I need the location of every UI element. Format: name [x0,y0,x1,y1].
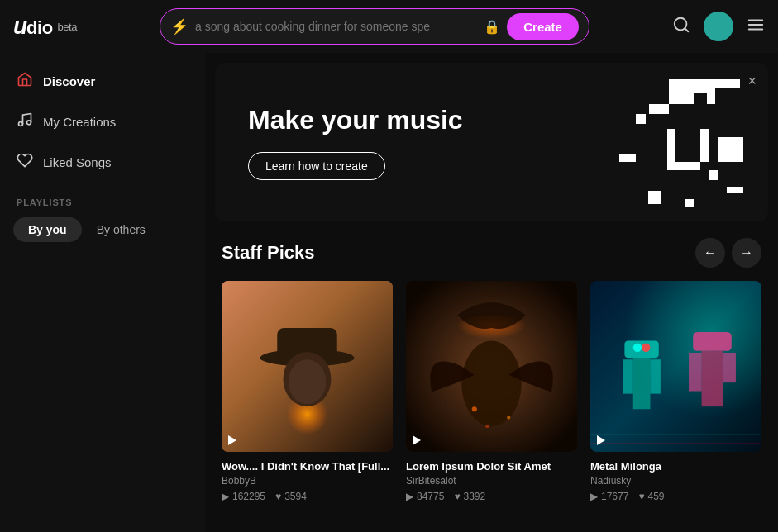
playlist-tab-by-you[interactable]: By you [13,217,82,242]
svg-line-1 [685,28,688,31]
svg-rect-45 [723,353,736,382]
logo[interactable]: udio beta [13,13,77,40]
card-stats-2: ▶ 84775 ♥ 3392 [406,491,577,502]
hero-title: Make your music [248,105,463,135]
svg-rect-20 [648,191,661,204]
svg-rect-39 [650,359,660,393]
plays-count-3: 17677 [601,491,628,502]
svg-rect-42 [693,332,732,351]
svg-rect-13 [667,129,675,162]
svg-point-33 [485,425,489,428]
logo-text: udio [13,13,53,40]
svg-point-31 [472,406,477,411]
svg-rect-7 [669,79,694,104]
svg-rect-12 [636,114,646,124]
card-artist-3: Nadiusky [590,475,761,487]
prev-arrow[interactable]: ← [695,238,725,268]
likes-stat-1: ♥ 3594 [275,491,307,502]
svg-rect-36 [624,340,658,358]
section-header: Staff Picks ← → [222,238,761,268]
svg-point-27 [289,359,327,404]
hero-decoration [504,63,752,221]
plays-stat-2: ▶ 84775 [406,491,444,502]
search-bar[interactable]: ⚡ 🔒 Create [160,8,589,45]
plays-count-2: 84775 [417,491,444,502]
likes-count-1: 3594 [284,491,307,502]
sidebar-item-my-creations[interactable]: My Creations [0,103,205,140]
svg-point-6 [27,121,31,125]
playlist-tab-by-others[interactable]: By others [82,217,160,242]
bolt-icon: ⚡ [170,17,189,36]
card-title-2: Lorem Ipsum Dolor Sit Amet [406,460,577,473]
svg-rect-21 [685,199,694,207]
svg-rect-18 [709,170,718,180]
likes-stat-2: ♥ 3392 [454,491,485,502]
hero-cta-button[interactable]: Learn how to create [248,152,385,180]
likes-count-2: 3392 [464,491,486,502]
likes-stat-3: ♥ 459 [638,491,664,502]
sidebar-item-liked-songs[interactable]: Liked Songs [0,144,205,181]
like-icon-2: ♥ [454,491,460,502]
logo-beta: beta [58,21,77,33]
sidebar-item-discover-label: Discover [43,74,95,88]
content-area: × Make your music Learn how to create [205,53,778,532]
svg-rect-19 [727,187,743,193]
header: udio beta ⚡ 🔒 Create [0,0,778,53]
avatar[interactable] [704,12,733,41]
hero-close-button[interactable]: × [747,73,757,90]
card-thumb-1 [222,281,393,452]
sidebar-item-my-creations-label: My Creations [43,115,116,129]
play-icon-2: ▶ [406,491,413,502]
card-thumb-2 [406,281,577,452]
svg-point-32 [507,416,510,420]
staff-pick-card-1[interactable]: Wow.... I Didn't Know That [Full... Bobb… [222,281,393,502]
staff-pick-card-2[interactable]: Lorem Ipsum Dolor Sit Amet SirBitesalot … [406,281,577,502]
svg-rect-16 [718,137,743,162]
play-indicator-2 [413,435,421,445]
svg-rect-35 [590,281,761,452]
card-title-3: Metal Milonga [590,460,761,473]
hero-text-area: Make your music Learn how to create [215,105,496,180]
playlist-tabs: By you By others [0,217,205,242]
card-title-1: Wow.... I Didn't Know That [Full... [222,460,393,473]
create-button[interactable]: Create [507,13,579,40]
svg-rect-43 [702,351,723,406]
section-title: Staff Picks [222,242,315,264]
cards-row: Wow.... I Didn't Know That [Full... Bobb… [222,281,761,502]
svg-point-41 [642,344,650,352]
search-icon[interactable] [672,16,690,38]
plays-stat-1: ▶ 162295 [222,491,265,502]
plays-count-1: 162295 [232,491,265,502]
svg-rect-37 [633,358,651,409]
music-icon [17,112,33,132]
svg-rect-8 [694,79,707,93]
play-indicator-1 [228,435,236,445]
card-thumb-3 [590,281,761,452]
card-stats-3: ▶ 17677 ♥ 459 [590,491,761,502]
svg-rect-15 [700,129,709,162]
svg-point-30 [461,340,521,426]
card-artist-2: SirBitesalot [406,475,577,487]
svg-rect-38 [623,359,632,393]
sidebar-item-liked-songs-label: Liked Songs [43,155,112,169]
play-icon-1: ▶ [222,491,229,502]
header-icons [672,12,765,41]
home-icon [17,71,33,92]
card-artist-1: BobbyB [222,475,393,487]
svg-rect-11 [649,104,669,114]
svg-rect-10 [707,88,715,104]
menu-icon[interactable] [747,16,765,38]
play-icon-3: ▶ [590,491,598,502]
svg-point-5 [19,122,23,126]
nav-arrows: ← → [695,238,761,268]
sidebar: Discover My Creations Liked Songs PLAYLI… [0,53,205,532]
svg-rect-44 [689,353,702,392]
staff-pick-card-3[interactable]: Metal Milonga Nadiusky ▶ 17677 ♥ 459 [590,281,761,502]
playlists-section-label: PLAYLISTS [0,184,205,214]
svg-rect-9 [707,79,740,88]
like-icon-1: ♥ [275,491,281,502]
sidebar-item-discover[interactable]: Discover [0,63,205,100]
next-arrow[interactable]: → [732,238,761,268]
search-input[interactable] [195,20,477,33]
like-icon-3: ♥ [638,491,644,502]
